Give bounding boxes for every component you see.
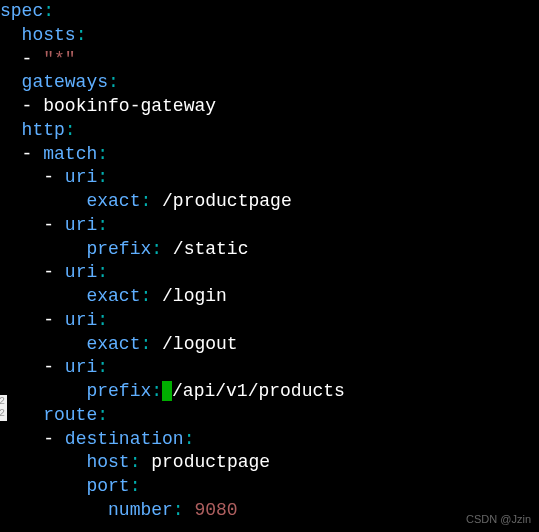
- key-http: http: [22, 120, 65, 140]
- path-api: /api/v1/products: [172, 381, 345, 401]
- key-host: host: [86, 452, 129, 472]
- key-prefix: prefix: [86, 381, 151, 401]
- dest-host: productpage: [151, 452, 270, 472]
- key-prefix: prefix: [86, 239, 151, 259]
- path-logout: /logout: [162, 334, 238, 354]
- key-destination: destination: [65, 429, 184, 449]
- key-route: route: [43, 405, 97, 425]
- key-uri: uri: [65, 215, 97, 235]
- key-match: match: [43, 144, 97, 164]
- yaml-code-block: spec: hosts: - "*" gateways: - bookinfo-…: [0, 0, 539, 523]
- watermark: CSDN @Jzin: [466, 512, 531, 527]
- path-productpage: /productpage: [162, 191, 292, 211]
- key-spec: spec: [0, 1, 43, 21]
- key-uri: uri: [65, 310, 97, 330]
- key-hosts: hosts: [22, 25, 76, 45]
- key-uri: uri: [65, 357, 97, 377]
- key-gateways: gateways: [22, 72, 108, 92]
- key-uri: uri: [65, 262, 97, 282]
- key-exact: exact: [86, 286, 140, 306]
- port-number: 9080: [194, 500, 237, 520]
- key-number: number: [108, 500, 173, 520]
- key-exact: exact: [86, 334, 140, 354]
- key-port: port: [86, 476, 129, 496]
- host-value: "*": [43, 49, 75, 69]
- path-static: /static: [173, 239, 249, 259]
- path-login: /login: [162, 286, 227, 306]
- line-numbers: 22: [0, 395, 7, 421]
- cursor-icon: [162, 381, 172, 401]
- key-uri: uri: [65, 167, 97, 187]
- key-exact: exact: [86, 191, 140, 211]
- gateway-value: bookinfo-gateway: [43, 96, 216, 116]
